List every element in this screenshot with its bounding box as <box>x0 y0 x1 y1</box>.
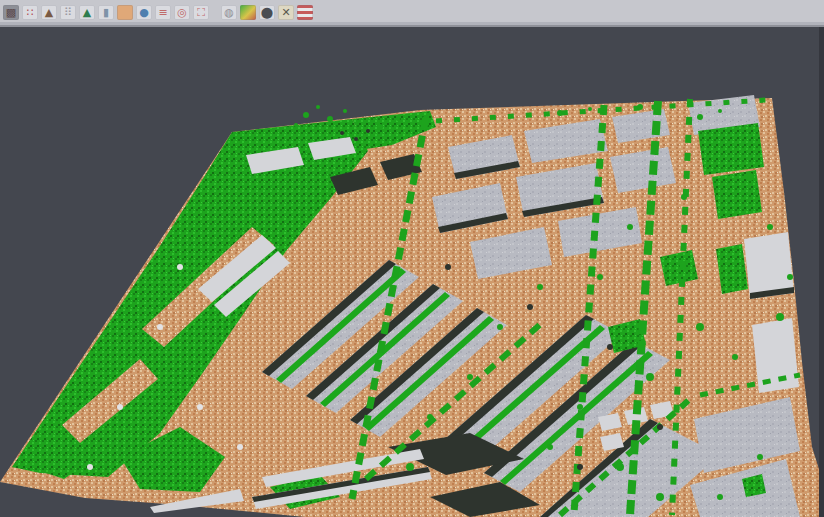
point-speckle <box>656 493 664 501</box>
point-speckle <box>616 463 624 471</box>
point-speckle <box>527 304 533 310</box>
point-speckle <box>767 224 773 230</box>
bounding-box-icon[interactable]: ⛶ <box>193 5 209 20</box>
point-speckle <box>354 137 358 141</box>
sphere-icon[interactable]: ◍ <box>221 5 237 20</box>
cloud-region-veg <box>712 170 762 219</box>
point-speckle <box>577 464 583 470</box>
point-speckle <box>776 313 784 321</box>
point-speckle <box>718 109 722 113</box>
point-speckle <box>787 274 793 280</box>
point-speckle <box>396 117 400 121</box>
point-speckle <box>597 274 603 280</box>
raster-noise-icon[interactable]: ▩ <box>3 5 19 20</box>
sparse-points-icon[interactable]: ⠿ <box>60 5 76 20</box>
point-speckle <box>343 109 347 113</box>
point-speckle <box>717 494 723 500</box>
layers-icon[interactable]: ≡ <box>155 5 171 20</box>
point-speckle <box>445 264 451 270</box>
point-speckle <box>377 124 383 130</box>
point-speckle <box>697 114 703 120</box>
point-speckle <box>294 123 298 127</box>
colormap-icon[interactable] <box>240 5 256 20</box>
camera-icon[interactable]: ⬤ <box>259 5 275 20</box>
point-speckle <box>746 173 754 181</box>
point-speckle <box>497 324 503 330</box>
point-speckle <box>177 264 183 270</box>
column-icon[interactable]: ▮ <box>98 5 114 20</box>
point-cloud-render[interactable] <box>0 27 824 517</box>
globe-icon[interactable]: ● <box>136 5 152 20</box>
point-speckle <box>366 129 370 133</box>
viewport-3d[interactable] <box>0 27 824 517</box>
point-speckle <box>406 463 414 471</box>
cloud-region-veg <box>698 123 764 175</box>
terrain-brown-icon[interactable]: ▲ <box>41 5 57 20</box>
point-speckle <box>732 354 738 360</box>
point-speckle <box>117 404 123 410</box>
point-speckle <box>237 444 243 450</box>
ortho-square-icon[interactable] <box>117 5 133 20</box>
point-speckle <box>467 374 473 380</box>
point-speckle <box>637 104 643 110</box>
align-pairs-icon[interactable]: ∷ <box>22 5 38 20</box>
point-speckle <box>327 116 333 122</box>
point-speckle <box>427 414 433 420</box>
point-speckle <box>547 444 553 450</box>
point-speckle <box>197 404 203 410</box>
ring-icon[interactable]: ◎ <box>174 5 190 20</box>
point-speckle <box>681 194 687 200</box>
point-speckle <box>577 404 583 410</box>
delete-cross-icon[interactable]: ✕ <box>278 5 294 20</box>
point-speckle <box>696 323 704 331</box>
window-edge-shade <box>819 27 824 517</box>
point-speckle <box>588 107 592 111</box>
point-speckle <box>157 324 163 330</box>
point-speckle <box>303 112 309 118</box>
point-speckle <box>607 344 613 350</box>
terrain-green-icon[interactable]: ▲ <box>79 5 95 20</box>
point-speckle <box>646 373 654 381</box>
point-speckle <box>537 284 543 290</box>
point-speckle <box>316 105 320 109</box>
point-speckle <box>340 131 344 135</box>
point-speckle <box>87 464 93 470</box>
point-speckle <box>557 110 563 116</box>
point-speckle <box>627 224 633 230</box>
striped-flag-icon[interactable] <box>297 5 313 20</box>
cloud-region-bldL <box>752 318 799 393</box>
point-speckle <box>657 424 663 430</box>
application-window: ▩∷▲⠿▲▮●≡◎⛶◍⬤✕ <box>0 0 824 517</box>
point-speckle <box>757 454 763 460</box>
toolbar: ▩∷▲⠿▲▮●≡◎⛶◍⬤✕ <box>0 0 824 22</box>
